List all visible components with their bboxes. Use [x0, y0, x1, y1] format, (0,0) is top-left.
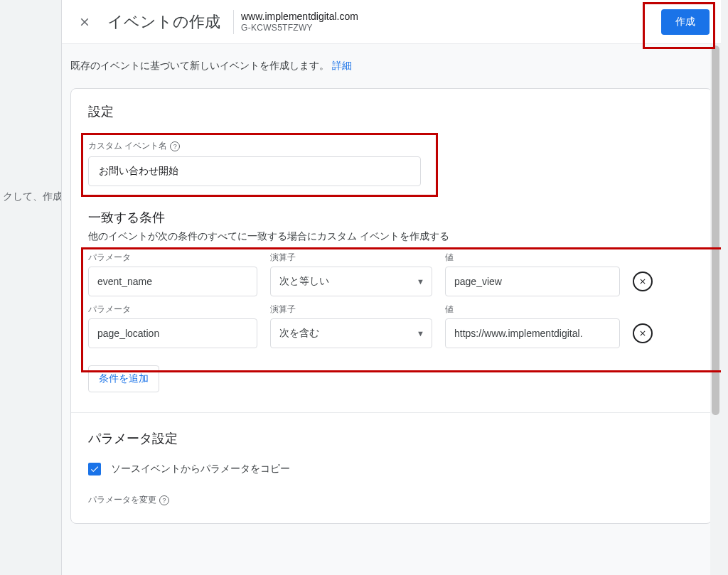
custom-event-label-row: カスタム イベント名 ?: [88, 140, 695, 152]
slide-panel: イベントの作成 www.implementdigital.com G-KCWS5…: [61, 0, 721, 575]
panel-header: イベントの作成 www.implementdigital.com G-KCWS5…: [62, 0, 721, 44]
header-operator: 演算子: [270, 303, 432, 316]
scrollbar-thumb[interactable]: [712, 45, 719, 415]
condition-headers: パラメータ 演算子 値: [88, 303, 695, 316]
parameter-input[interactable]: [88, 267, 257, 296]
header-parameter: パラメータ: [88, 252, 257, 264]
value-input[interactable]: [445, 267, 620, 296]
intro-text: 既存のイベントに基づいて新しいイベントを作成します。: [70, 60, 329, 71]
content-area: 既存のイベントに基づいて新しいイベントを作成します。 詳細 設定 カスタム イベ…: [62, 44, 721, 575]
close-icon: [638, 277, 647, 286]
custom-event-name-section: カスタム イベント名 ?: [88, 140, 695, 186]
condition-row: 次を含む ▼: [88, 318, 695, 348]
parameter-settings-title: パラメータ設定: [88, 430, 695, 447]
conditions-wrap: パラメータ 演算子 値 次と等しい ▼: [88, 252, 695, 348]
settings-title: 設定: [88, 103, 695, 120]
close-icon: [78, 16, 91, 28]
operator-select[interactable]: 次と等しい ▼: [270, 267, 432, 296]
add-condition-button[interactable]: 条件を追加: [88, 365, 159, 392]
scrollbar-track[interactable]: [710, 44, 721, 575]
help-icon[interactable]: ?: [159, 495, 169, 505]
header-parameter: パラメータ: [88, 303, 257, 316]
divider: [71, 412, 712, 413]
chevron-down-icon: ▼: [417, 277, 424, 286]
custom-event-label: カスタム イベント名: [88, 140, 167, 152]
value-input[interactable]: [445, 318, 620, 348]
help-icon[interactable]: ?: [170, 141, 180, 151]
intro-text-row: 既存のイベントに基づいて新しいイベントを作成します。 詳細: [62, 44, 721, 88]
operator-select[interactable]: 次を含む ▼: [270, 318, 432, 348]
property-domain: www.implementdigital.com: [241, 11, 358, 22]
copy-params-row: ソースイベントからパラメータをコピー: [88, 463, 695, 475]
custom-event-name-input[interactable]: [88, 156, 421, 186]
header-operator: 演算子: [270, 252, 432, 264]
settings-card: 設定 カスタム イベント名 ? 一致する条件 他のイベントが次の条件のすべてに一…: [70, 88, 712, 524]
chevron-down-icon: ▼: [417, 329, 424, 338]
learn-more-link[interactable]: 詳細: [332, 60, 352, 71]
divider-vertical: [233, 10, 234, 34]
panel-title: イベントの作成: [107, 11, 220, 33]
property-info: www.implementdigital.com G-KCWS5TFZWY: [241, 11, 358, 33]
check-icon: [90, 464, 100, 474]
background-hint-text: クして、作成: [3, 190, 63, 203]
header-value: 値: [445, 252, 620, 264]
copy-params-label: ソースイベントからパラメータをコピー: [111, 463, 290, 475]
copy-params-checkbox[interactable]: [88, 463, 101, 475]
operator-value: 次と等しい: [279, 275, 329, 288]
modify-parameters-label: パラメータを変更: [88, 494, 156, 506]
matching-conditions-description: 他のイベントが次の条件のすべてに一致する場合にカスタム イベントを作成する: [88, 230, 695, 243]
modify-parameters-label-row: パラメータを変更 ?: [88, 494, 695, 506]
remove-condition-button[interactable]: [633, 272, 653, 291]
parameter-input[interactable]: [88, 318, 257, 348]
header-value: 値: [445, 303, 620, 316]
close-icon: [638, 329, 647, 338]
property-id: G-KCWS5TFZWY: [241, 23, 358, 33]
close-button[interactable]: [70, 8, 99, 36]
remove-condition-button[interactable]: [633, 323, 653, 343]
operator-value: 次を含む: [279, 327, 319, 340]
condition-headers: パラメータ 演算子 値: [88, 252, 695, 264]
condition-row: 次と等しい ▼: [88, 267, 695, 296]
create-button[interactable]: 作成: [661, 9, 710, 35]
matching-conditions-title: 一致する条件: [88, 209, 695, 226]
